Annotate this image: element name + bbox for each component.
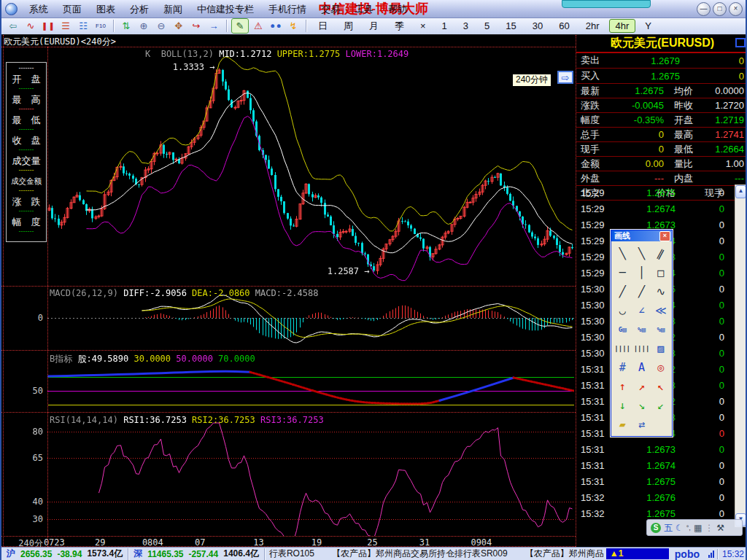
vertical-line-tool[interactable]: │: [632, 263, 651, 282]
trend-line-up-tool[interactable]: ╱: [613, 282, 632, 301]
arrow-sw-icon[interactable]: ↙: [651, 396, 670, 415]
f10-info-icon[interactable]: F10: [93, 19, 109, 33]
alert-badge[interactable]: ▲1: [606, 548, 669, 559]
period-2hr[interactable]: 2hr: [579, 19, 606, 33]
percent-line-tool[interactable]: %▤: [632, 320, 651, 339]
b-indicator-label: B指标 股:49.5890 30.0000 50.0000 70.0000: [50, 353, 255, 365]
period-30[interactable]: 30: [526, 19, 549, 33]
legend-dash: -------: [19, 106, 34, 114]
vertical-percent-tool[interactable]: ||||: [632, 339, 651, 358]
page-forward-icon[interactable]: ↪: [188, 19, 204, 33]
menu-dots-icon[interactable]: ⋮: [705, 523, 713, 533]
wubi-mode[interactable]: 五: [664, 523, 673, 533]
drag-hand-icon[interactable]: ✥: [171, 19, 187, 33]
eraser-tool[interactable]: ▰: [613, 415, 632, 434]
rsi-panel-canvas[interactable]: [47, 412, 574, 536]
candlestick-chart-canvas[interactable]: [47, 47, 574, 286]
angle-tool[interactable]: ∠: [632, 301, 651, 320]
wave-curve-tool[interactable]: ∿: [651, 282, 670, 301]
menu-item-页面[interactable]: 页面: [55, 1, 89, 18]
page-jump-icon[interactable]: →: [206, 19, 222, 33]
parallel-lines-tool[interactable]: ∥: [651, 244, 670, 263]
period-5[interactable]: 5: [478, 19, 496, 33]
arrow-nw-icon[interactable]: ↖: [651, 377, 670, 396]
palette-close-icon[interactable]: ×: [659, 231, 670, 241]
trend-line-down-tool[interactable]: ╲: [613, 244, 632, 263]
menu-item-交易[interactable]: 交易: [314, 1, 347, 18]
golden-section-tool[interactable]: G▤: [613, 320, 632, 339]
period-Y[interactable]: Y: [638, 19, 658, 33]
rectangle-tool[interactable]: □: [651, 263, 670, 282]
legend-label: 收 盘: [12, 134, 41, 147]
kline-indicator-label: K BOLL(13,2) MID:1.2712 UPPER:1.2775 LOW…: [145, 49, 409, 59]
menu-item-分析[interactable]: 分析: [123, 1, 156, 18]
segment-up-tool[interactable]: ╱: [632, 282, 651, 301]
zoom-out-icon[interactable]: ⊖: [153, 19, 169, 33]
users-icon[interactable]: ☻☻: [268, 19, 284, 33]
horizontal-line-tool[interactable]: ─: [613, 263, 632, 282]
period-1[interactable]: 1: [436, 19, 454, 33]
menu-item-工具[interactable]: 工具: [347, 1, 381, 18]
refresh-icon[interactable]: ⇅: [118, 19, 134, 33]
left-edge-separator: [3, 35, 4, 547]
scroll-up-button[interactable]: ▲: [735, 185, 746, 198]
period-月[interactable]: 月: [363, 18, 385, 34]
cycle-tool[interactable]: ◎: [651, 358, 670, 377]
arrow-down-icon[interactable]: ↓: [613, 396, 632, 415]
quote-label: 量比: [674, 158, 712, 171]
quote-list-icon[interactable]: ☰: [58, 19, 74, 33]
menu-item-帮助[interactable]: 帮助: [381, 1, 414, 18]
gann-fan-tool[interactable]: ≪: [651, 301, 670, 320]
zoom-in-icon[interactable]: ⊕: [136, 19, 152, 33]
settings-wrench-icon[interactable]: ⚒: [716, 523, 724, 533]
legend-dash: -------: [19, 65, 34, 73]
period-周[interactable]: 周: [337, 18, 360, 34]
palette-title-text: 画线: [614, 230, 630, 241]
channel-tool[interactable]: ▨: [651, 339, 670, 358]
panel-restore-icon[interactable]: [735, 38, 746, 47]
arrow-up-icon[interactable]: ↑: [613, 377, 632, 396]
back-button[interactable]: ⇦: [5, 19, 21, 33]
restore-button[interactable]: □: [713, 2, 727, 16]
legend-dash: -------: [19, 228, 34, 236]
menu-item-系统[interactable]: 系统: [22, 1, 55, 18]
sogou-logo[interactable]: S: [651, 523, 661, 533]
period-4hr[interactable]: 4hr: [609, 19, 636, 33]
text-tool[interactable]: A: [632, 358, 651, 377]
arc-tool[interactable]: ◡: [613, 301, 632, 320]
period-15[interactable]: 15: [499, 19, 522, 33]
punctuation-mode[interactable]: °,: [686, 523, 691, 533]
kline-chart-icon[interactable]: ▌▐: [40, 19, 56, 33]
menu-item-手机行情[interactable]: 手机行情: [261, 1, 314, 18]
indicator-value: RSI3:36.7253: [260, 415, 324, 425]
moon-icon[interactable]: ☾: [676, 523, 684, 533]
period-60[interactable]: 60: [552, 19, 576, 33]
info-list-icon[interactable]: ☷: [75, 19, 91, 33]
menu-item-图表[interactable]: 图表: [89, 1, 123, 18]
minimize-button[interactable]: —: [697, 2, 711, 16]
arrow-ne-icon[interactable]: ↗: [632, 377, 651, 396]
undo-redo-tool[interactable]: ⇄: [632, 415, 651, 434]
period-日[interactable]: 日: [311, 18, 334, 34]
palette-titlebar[interactable]: 画线 ×: [611, 230, 672, 241]
legend-dash: -------: [19, 187, 34, 195]
alarm-icon[interactable]: ⚠: [250, 19, 266, 33]
hot-key-icon[interactable]: ↯: [285, 19, 301, 33]
period-×[interactable]: ×: [414, 19, 433, 33]
trend-chart-icon[interactable]: ∿: [23, 19, 39, 33]
next-page-arrow-button[interactable]: ⇨: [557, 71, 573, 84]
soft-keyboard-icon[interactable]: ▦: [694, 523, 702, 533]
tick-scrollbar[interactable]: ▲ ▼: [735, 184, 747, 527]
menu-item-新闻[interactable]: 新闻: [156, 1, 190, 18]
close-button[interactable]: ×: [729, 2, 743, 16]
menu-item-中信建投专栏[interactable]: 中信建投专栏: [190, 1, 261, 18]
draw-line-icon[interactable]: ✎: [231, 18, 249, 34]
period-3[interactable]: 3: [457, 19, 475, 33]
percent-line2-tool[interactable]: %▤: [651, 320, 670, 339]
band-line-tool[interactable]: #: [613, 358, 632, 377]
quote-label: 幅度: [581, 114, 619, 127]
segment-down-tool[interactable]: ╲: [632, 244, 651, 263]
vertical-golden-tool[interactable]: ||||: [613, 339, 632, 358]
period-季[interactable]: 季: [388, 18, 411, 34]
arrow-se-icon[interactable]: ↘: [632, 396, 651, 415]
